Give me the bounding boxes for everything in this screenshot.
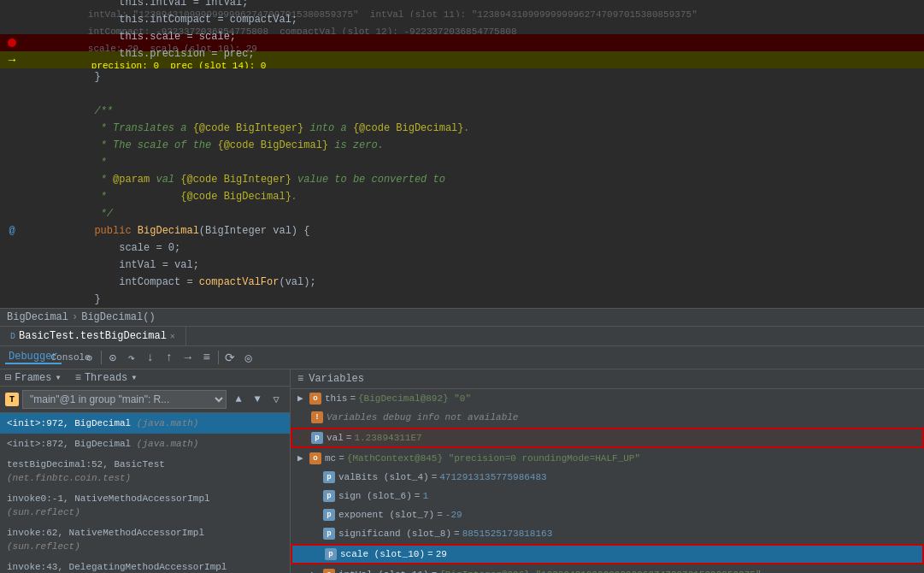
tab-basic-test[interactable]: D BasicTest.testBigDecimal ✕ (0, 327, 186, 346)
threads-tab[interactable]: ≡ Threads ▾ (75, 371, 138, 384)
frame-label: invoke0:-1, NativeMethodAccessorImpl (su… (7, 492, 283, 519)
variable-type-icon: p (325, 548, 337, 560)
variable-warning-text: Variables debug info not available (327, 410, 518, 425)
thread-controls: ▲ ▼ ▽ (230, 391, 285, 408)
variables-list[interactable]: ▶ o this = {BigDecimal@892} "0" ! Variab… (291, 389, 924, 573)
variable-expand-arrow[interactable] (299, 430, 311, 446)
variables-panel: ≡ Variables ▶ o this = {BigDecimal@892} … (291, 369, 924, 573)
variable-name: mc (325, 451, 336, 466)
thread-icon: T (5, 393, 19, 406)
variable-expand-arrow (311, 526, 323, 541)
variable-expand-arrow[interactable]: ▶ (297, 391, 309, 406)
variable-name: significand (slot_8) (338, 526, 451, 541)
variable-value: 8851525173818163 (462, 526, 553, 541)
debug-section: ⊟ Frames ▾ ≡ Threads ▾ T "main"@1 in gro… (0, 369, 924, 573)
frames-panel: ⊟ Frames ▾ ≡ Threads ▾ T "main"@1 in gro… (0, 369, 291, 573)
tab-close-button[interactable]: ✕ (170, 331, 175, 341)
variable-type-icon: o (323, 569, 335, 573)
stack-frame-item[interactable]: <init>:872, BigDecimal (java.math) (0, 434, 290, 454)
stack-frame-item[interactable]: <init>:972, BigDecimal (java.math) (0, 413, 290, 434)
breadcrumb-separator: › (72, 311, 78, 323)
variable-name: valBits (slot_4) (338, 470, 429, 485)
variable-item-val[interactable]: p val = 1.23894311E7 (291, 428, 924, 448)
frames-list[interactable]: <init>:972, BigDecimal (java.math) <init… (0, 413, 290, 573)
code-line: * The scale of the {@code BigDecimal} is… (0, 137, 924, 154)
variable-item-intval[interactable]: ▶ o intVal (slot_11) = {BigInteger@896} … (291, 565, 924, 573)
variables-header: ≡ Variables (291, 369, 924, 389)
variable-item-significand[interactable]: p significand (slot_8) = 885152517381816… (291, 524, 924, 543)
frame-label: <init>:972, BigDecimal (java.math) (7, 416, 198, 430)
variable-value: 4712913135775986483 (439, 470, 546, 485)
breadcrumb-item-method[interactable]: BigDecimal() (81, 311, 155, 323)
tab-label: BasicTest.testBigDecimal (19, 330, 167, 342)
console-settings[interactable]: ⚙ (80, 348, 99, 367)
thread-down-button[interactable]: ▼ (249, 391, 266, 408)
variable-item-sign[interactable]: p sign (slot_6) = 1 (291, 487, 924, 505)
line-gutter: @ (3, 225, 21, 237)
frames-arrow: ▾ (55, 371, 61, 384)
variable-expand-arrow (311, 470, 323, 485)
thread-filter-button[interactable]: ▽ (268, 391, 285, 408)
tab-bar: D BasicTest.testBigDecimal ✕ (0, 327, 924, 346)
variable-item-scale[interactable]: p scale (slot_10) = 29 (291, 544, 924, 564)
line-gutter-debug: → (3, 53, 21, 67)
evaluate-expression-button[interactable]: ≡ (197, 348, 216, 367)
variable-type-icon: o (309, 393, 321, 405)
variable-type-icon: o (309, 452, 321, 464)
variable-type-icon: p (323, 509, 335, 521)
code-line (0, 86, 924, 103)
variable-expand-arrow (311, 507, 323, 523)
variable-type-icon: p (323, 490, 335, 502)
code-line: * {@code BigDecimal}. (0, 188, 924, 205)
debug-toolbar: Debugger Console ⚙ ⊙ ↷ ↓ ↑ → ≡ ⟳ ◎ (0, 346, 924, 369)
frame-label: invoke:43, DelegatingMethodAccessorImpl … (7, 560, 283, 573)
variable-expand-arrow[interactable]: ▶ (297, 451, 309, 466)
show-execution-point-button[interactable]: ⊙ (103, 348, 122, 367)
variable-item-debug-warning: ! Variables debug info not available (291, 408, 924, 427)
thread-up-button[interactable]: ▲ (230, 391, 247, 408)
thread-dropdown[interactable]: "main"@1 in group "main": R... (22, 390, 227, 409)
console-toggle[interactable]: Console (62, 348, 80, 367)
step-out-button[interactable]: ↑ (160, 348, 179, 367)
variable-expand-arrow (311, 488, 323, 504)
variable-name: this (325, 391, 347, 406)
variable-value: -29 (445, 507, 462, 523)
breadcrumb-item-class[interactable]: BigDecimal (7, 311, 68, 323)
tab-file-icon: D (10, 332, 15, 341)
variables-title: Variables (309, 373, 364, 385)
step-into-button[interactable]: ↓ (141, 348, 160, 367)
stack-frame-item[interactable]: testBigDecimal:52, BasicTest (net.finbtc… (0, 454, 290, 488)
variable-item-valbits[interactable]: p valBits (slot_4) = 4712913135775986483 (291, 468, 924, 487)
toolbar-left: Debugger Console ⚙ ⊙ ↷ ↓ ↑ → ≡ ⟳ ◎ (5, 348, 258, 367)
variable-name: sign (slot_6) (338, 488, 412, 504)
line-gutter-breakpoint (3, 38, 21, 47)
code-line: } (0, 68, 924, 86)
panel-header: ⊟ Frames ▾ ≡ Threads ▾ (0, 369, 290, 387)
run-to-cursor-button[interactable]: → (179, 348, 197, 367)
toolbar-separator-1 (101, 351, 102, 364)
line-content: } (21, 281, 101, 308)
variable-item-exponent[interactable]: p exponent (slot_7) = -29 (291, 505, 924, 524)
variable-value: {BigDecimal@892} "0" (358, 391, 471, 406)
variable-name: scale (slot_10) (340, 546, 425, 562)
frames-tab[interactable]: ⊟ Frames ▾ (5, 371, 62, 384)
variable-expand-arrow[interactable]: ▶ (311, 567, 323, 573)
code-line: } (0, 291, 924, 308)
code-line: intCompact = compactValFor(val); (0, 274, 924, 291)
code-editor: this.intVal = intVal; intVal: "123894310… (0, 0, 924, 308)
frames-label: Frames (15, 372, 51, 384)
code-line-debug: → this.precision = prec; precision: 0 pr… (0, 51, 924, 68)
variable-expand-arrow (313, 546, 325, 562)
stack-frame-item[interactable]: invoke:62, NativeMethodAccessorImpl (sun… (0, 523, 290, 557)
variable-name: intVal (slot_11) (338, 567, 429, 573)
restore-breakpoint-button[interactable]: ◎ (239, 348, 258, 367)
variable-type-icon: p (323, 528, 335, 540)
trace-button[interactable]: ⟳ (221, 348, 239, 367)
stack-frame-item[interactable]: invoke0:-1, NativeMethodAccessorImpl (su… (0, 488, 290, 523)
step-over-button[interactable]: ↷ (122, 348, 141, 367)
variable-item-mc[interactable]: ▶ o mc = {MathContext@845} "precision=0 … (291, 449, 924, 468)
variable-value: {BigInteger@896} "1238943109999999996274… (439, 567, 761, 573)
variable-item-this[interactable]: ▶ o this = {BigDecimal@892} "0" (291, 389, 924, 408)
stack-frame-item[interactable]: invoke:43, DelegatingMethodAccessorImpl … (0, 557, 290, 573)
threads-icon: ≡ (75, 372, 81, 384)
